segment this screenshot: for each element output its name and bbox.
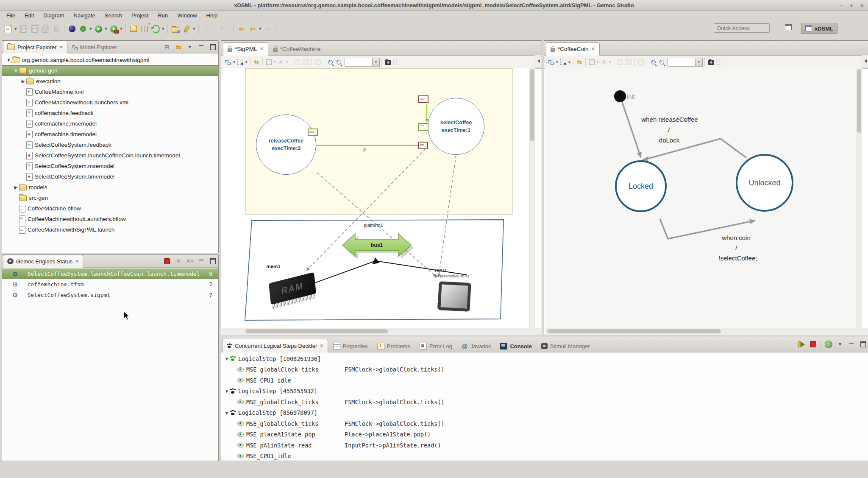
palette-collapse-icon[interactable] <box>862 55 868 67</box>
shape-icon[interactable] <box>587 57 596 67</box>
menu-help[interactable]: Help <box>203 11 222 20</box>
window-minimize-button[interactable]: – <box>839 2 843 9</box>
ram-chip[interactable]: RAM <box>268 275 320 314</box>
zoom-out-icon[interactable]: − <box>657 57 666 67</box>
mem-label[interactable]: mem1 <box>266 264 280 269</box>
agent-selectCoffee[interactable]: selectCoffee execTime:1 <box>428 98 484 155</box>
run-tool-dropdown[interactable]: ▼ <box>119 24 123 34</box>
tab-model-explorer[interactable]: Model Explorer <box>68 41 121 53</box>
gemoc-sphere-icon[interactable] <box>67 24 77 34</box>
zoom-in-icon[interactable]: + <box>326 57 334 67</box>
forward-dropdown[interactable]: ▼ <box>273 24 278 34</box>
queue-label[interactable]: p <box>363 147 366 152</box>
pin-icon[interactable] <box>51 24 61 34</box>
tab-stimuli-manager[interactable]: Stimuli Manager <box>537 340 594 352</box>
arrange-menu-icon[interactable]: ▼ <box>232 60 236 64</box>
engine-row[interactable]: ⚙ SelectCoffeeSystem.sigpml 7 <box>2 290 218 300</box>
menu-file[interactable]: File <box>3 11 19 20</box>
bus-label[interactable]: bus1 <box>371 242 383 248</box>
layout-icon[interactable] <box>547 57 555 67</box>
forward-icon[interactable]: ⇨ <box>263 24 273 34</box>
grid-icon[interactable] <box>715 57 723 67</box>
print-icon[interactable] <box>40 24 50 34</box>
logical-step-row[interactable]: ▼LogicalStep [455255932] <box>221 386 868 397</box>
new-wizard-dropdown[interactable]: ▼ <box>14 24 18 34</box>
horizontal-scrollbar[interactable] <box>222 328 541 334</box>
scrollbar-thumb[interactable] <box>245 329 388 333</box>
snapshot-icon[interactable] <box>707 57 715 67</box>
prev-edit-icon[interactable]: ⇧ <box>217 24 227 34</box>
xdsml-perspective-button[interactable]: xDSML <box>801 23 837 34</box>
stop-icon[interactable] <box>809 341 817 348</box>
save-all-icon[interactable] <box>29 24 39 34</box>
menu-search[interactable]: Search <box>101 11 126 20</box>
close-icon[interactable]: ✕ <box>591 46 595 52</box>
tree-item-src-gen[interactable]: src-gen <box>2 193 218 203</box>
mse-row[interactable]: MSE_placeA1State_popPlace->placeA1State.… <box>221 429 868 440</box>
state-unlocked[interactable]: Unlocked <box>736 154 793 212</box>
tab-problems[interactable]: Problems <box>373 340 415 352</box>
quick-access-input[interactable] <box>714 23 770 33</box>
close-icon[interactable]: ✕ <box>320 343 323 349</box>
layers-icon[interactable] <box>637 57 645 67</box>
run-tool-icon[interactable] <box>108 24 119 34</box>
shape-menu-icon[interactable]: ▼ <box>596 60 600 64</box>
mse-row[interactable]: MSE_globalClock_ticksFSMClock->globalClo… <box>221 418 868 429</box>
initial-state-label[interactable]: init <box>627 93 635 100</box>
engine-row[interactable]: ⚙ coffemachine.tfsm 7 <box>2 279 218 290</box>
mse-row[interactable]: MSE_CPU1_idle <box>221 451 868 462</box>
menu-project[interactable]: Project <box>128 11 152 20</box>
grid-icon[interactable] <box>392 57 401 67</box>
close-icon[interactable]: ✕ <box>59 45 63 50</box>
cpu-label[interactable]: CPU1 <box>435 268 447 273</box>
scrollbar-thumb[interactable] <box>530 69 534 141</box>
highlighter-dropdown[interactable]: ▼ <box>192 24 196 34</box>
mse-row[interactable]: MSE_CPU1_idle <box>221 375 868 386</box>
sigpml-canvas[interactable]: releaseCoffee execTime:3 selectCoffee ex… <box>222 68 535 328</box>
tree-item-file[interactable]: SelectCoffeeSystem.timemodel <box>2 171 218 182</box>
tab-coffeemachine[interactable]: *CoffeeMachine <box>268 42 326 56</box>
zoom-combo-dropdown[interactable]: ▼ <box>373 58 380 67</box>
back-dropdown[interactable]: ▼ <box>258 24 262 34</box>
mse-row[interactable]: MSE_pA1inState_readInputPort->pA1inState… <box>221 440 868 451</box>
output-port[interactable] <box>418 123 428 131</box>
view-menu-icon[interactable]: ▼ <box>836 341 844 348</box>
tree-item-file[interactable]: coffemachine.msemodel <box>2 118 218 129</box>
collapse-all-icon[interactable]: ⊟ <box>163 43 171 51</box>
tree-item-file[interactable]: CoffeeMachine.xml <box>2 87 218 97</box>
logical-step-row[interactable]: ▼LogicalStep [856970097] <box>221 408 868 419</box>
menu-run[interactable]: Run <box>154 11 172 20</box>
run-dropdown[interactable]: ▼ <box>104 24 108 34</box>
tree-item-file[interactable]: CoffeeMachine.bflow <box>2 203 218 214</box>
vertical-scrollbar[interactable] <box>856 68 862 328</box>
minimize-icon[interactable] <box>848 341 855 348</box>
minimize-icon[interactable] <box>198 43 205 51</box>
tab-concurrent-logical-steps-decider[interactable]: Concurrent Logical Steps Decider ✕ <box>222 339 328 352</box>
select-menu-icon[interactable]: ▼ <box>568 60 571 64</box>
menu-navigate[interactable]: Navigate <box>70 11 99 20</box>
window-maximize-button[interactable]: + <box>849 2 853 9</box>
launch-grid-icon[interactable] <box>139 24 150 34</box>
zoom-combo[interactable] <box>668 58 696 67</box>
shape-menu-icon[interactable]: ▼ <box>273 60 277 64</box>
zoom-in-icon[interactable]: + <box>649 57 657 67</box>
tree-item-execution[interactable]: ▶execution <box>2 76 218 87</box>
horizontal-scrollbar[interactable] <box>545 328 868 334</box>
authorize-icon[interactable] <box>825 341 832 348</box>
initial-transition[interactable] <box>622 102 641 157</box>
logical-step-row[interactable]: ▼LogicalStep [1008261936] <box>221 353 868 364</box>
layers-icon[interactable] <box>314 57 322 67</box>
transition-label[interactable]: when coin <box>722 234 751 241</box>
link-with-editor-icon[interactable]: ⇆ <box>175 43 182 51</box>
prev-edit-dropdown[interactable]: ▼ <box>227 24 231 34</box>
snapshot-icon[interactable] <box>384 57 392 67</box>
remove-all-engines-icon[interactable]: ✕⚙ <box>186 257 194 265</box>
close-icon[interactable]: ✕ <box>75 259 79 264</box>
connector-menu-icon[interactable]: ▼ <box>608 60 612 64</box>
tab-console[interactable]: Console <box>496 340 536 352</box>
maximize-icon[interactable] <box>209 43 217 51</box>
mse-row[interactable]: MSE_globalClock_ticksFSMClock->globalClo… <box>221 364 868 375</box>
maximize-icon[interactable] <box>859 341 867 348</box>
connector-menu-icon[interactable]: ▼ <box>285 60 289 64</box>
select-icon[interactable] <box>236 57 245 67</box>
